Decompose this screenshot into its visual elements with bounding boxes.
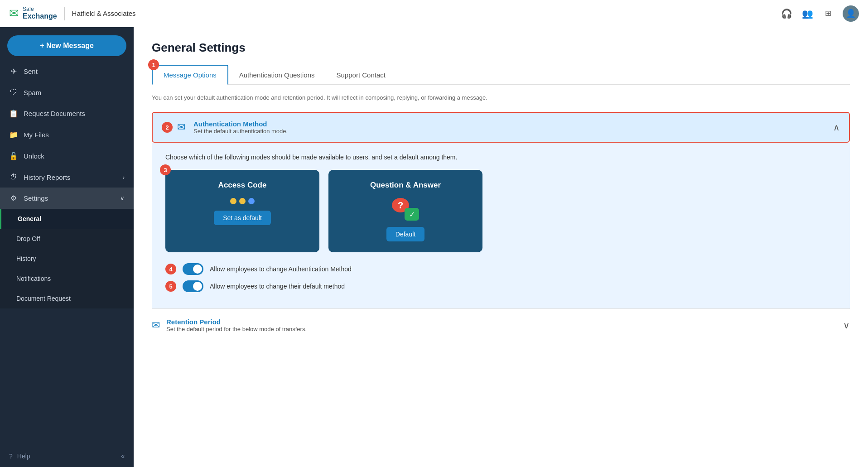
toggle-row-4: 4 Allow employees to change Authenticati… <box>165 263 836 275</box>
tab-authentication-questions[interactable]: Authentication Questions <box>228 66 326 84</box>
toggle-default-method[interactable] <box>183 280 203 292</box>
sidebar-item-drop-off[interactable]: Drop Off <box>0 229 134 249</box>
sidebar-item-unlock-label: Unlock <box>24 152 44 160</box>
sidebar-item-settings[interactable]: ⚙ Settings ∨ <box>0 188 134 209</box>
history-label: History <box>16 255 36 262</box>
logo-safe: Safe <box>23 6 57 12</box>
sidebar-item-settings-label: Settings <box>24 194 48 202</box>
auth-method-section: 2 ✉ Authentication Method Set the defaul… <box>152 112 850 143</box>
sidebar-item-history[interactable]: History <box>0 249 134 269</box>
history-reports-chevron-icon: › <box>123 174 125 181</box>
sidebar-item-spam-label: Spam <box>24 89 41 96</box>
access-code-title: Access Code <box>218 181 267 190</box>
settings-chevron-icon: ∨ <box>120 195 125 202</box>
new-message-button[interactable]: + New Message <box>7 35 126 56</box>
sidebar-item-document-request[interactable]: Document Request <box>0 289 134 308</box>
sidebar-item-notifications[interactable]: Notifications <box>0 269 134 289</box>
header-right: 🎧 👥 ⊞ 👤 <box>780 5 859 22</box>
auth-method-envelope-icon: ✉ <box>177 121 185 133</box>
retention-section[interactable]: ✉ Retention Period Set the default perio… <box>152 308 850 332</box>
retention-chevron-icon: ∨ <box>843 320 850 331</box>
sidebar-item-spam[interactable]: 🛡 Spam <box>0 82 134 103</box>
my-files-icon: 📁 <box>9 130 18 139</box>
users-icon[interactable]: 👥 <box>801 7 814 20</box>
header-left: ✉ Safe Exchange Hatfield & Associates <box>9 6 136 20</box>
dot-1 <box>230 198 236 204</box>
dot-3 <box>248 198 255 204</box>
general-label: General <box>18 215 41 222</box>
auth-method-text: Authentication Method Set the default au… <box>193 120 288 135</box>
sidebar-item-sent[interactable]: ✈ Sent <box>0 61 134 82</box>
apps-icon[interactable]: ⊞ <box>822 7 834 20</box>
toggle-thumb-1 <box>193 265 202 274</box>
question-answer-card: Question & Answer ? ✓ Default <box>328 170 482 252</box>
avatar[interactable]: 👤 <box>843 5 859 22</box>
toggle-row-5: 5 Allow employees to change their defaul… <box>165 280 836 292</box>
tabs-bar: 1 Message Options Authentication Questio… <box>152 64 850 85</box>
retention-subtitle: Set the default period for the below mod… <box>166 326 307 332</box>
logo-exchange: Exchange <box>23 12 57 20</box>
unlock-icon: 🔓 <box>9 152 18 160</box>
settings-icon: ⚙ <box>9 194 18 202</box>
step-badge-3: 3 <box>160 164 171 175</box>
sidebar-item-files-label: My Files <box>24 131 49 139</box>
retention-text: Retention Period Set the default period … <box>166 318 307 332</box>
request-docs-icon: 📋 <box>9 109 18 118</box>
choose-text: Choose which of the following modes shou… <box>165 154 836 161</box>
dot-2 <box>239 198 246 204</box>
tab-message-options[interactable]: Message Options <box>152 65 228 85</box>
help-button[interactable]: ? Help <box>9 453 30 460</box>
help-label: Help <box>17 453 30 460</box>
retention-title: Retention Period <box>166 318 307 326</box>
set-as-default-button[interactable]: Set as default <box>214 211 271 225</box>
spam-icon: 🛡 <box>9 88 18 96</box>
auth-method-subtitle: Set the default authentication mode. <box>193 128 288 135</box>
settings-submenu: General Drop Off History Notifications D… <box>0 209 134 308</box>
toggle-auth-method[interactable] <box>183 263 203 275</box>
drop-off-label: Drop Off <box>16 235 40 242</box>
auth-method-header[interactable]: 2 ✉ Authentication Method Set the defaul… <box>152 112 850 143</box>
tab-support-contact[interactable]: Support Contact <box>326 66 396 84</box>
layout: + New Message ✈ Sent 🛡 Spam 📋 Request Do… <box>0 27 868 467</box>
logo-text: Safe Exchange <box>23 6 57 20</box>
app-header: ✉ Safe Exchange Hatfield & Associates 🎧 … <box>0 0 868 27</box>
access-code-card: 3 Access Code Set as default <box>165 170 319 252</box>
document-request-label: Document Request <box>16 295 71 302</box>
help-icon: ? <box>9 453 13 460</box>
header-divider <box>64 7 65 20</box>
sidebar-item-unlock[interactable]: 🔓 Unlock <box>0 145 134 167</box>
collapse-icon: « <box>121 453 125 460</box>
auth-cards: 3 Access Code Set as default Question & … <box>165 170 836 252</box>
sidebar-item-request-documents[interactable]: 📋 Request Documents <box>0 103 134 124</box>
auth-method-chevron-icon: ∧ <box>833 122 840 133</box>
sidebar-item-my-files[interactable]: 📁 My Files <box>0 124 134 145</box>
description-text: You can set your default authentication … <box>152 94 850 101</box>
headset-icon[interactable]: 🎧 <box>780 7 793 20</box>
toggle-default-label: Allow employees to change their default … <box>210 283 345 290</box>
auth-method-title: Authentication Method <box>193 120 288 128</box>
sidebar-item-general[interactable]: General <box>0 209 134 229</box>
sent-icon: ✈ <box>9 67 18 76</box>
history-reports-icon: ⏱ <box>9 173 18 181</box>
step-badge-2: 2 <box>162 122 173 133</box>
retention-envelope-icon: ✉ <box>152 319 160 331</box>
tab-message-options-wrapper: 1 Message Options <box>152 64 228 84</box>
qa-title: Question & Answer <box>370 181 441 190</box>
logo-envelope-icon: ✉ <box>9 6 19 20</box>
collapse-button[interactable]: « <box>121 453 125 460</box>
toggle-thumb-2 <box>193 282 202 291</box>
main-content: General Settings 1 Message Options Authe… <box>134 27 868 467</box>
sidebar: + New Message ✈ Sent 🛡 Spam 📋 Request Do… <box>0 27 134 467</box>
qa-icon-wrapper: ? ✓ <box>392 198 419 221</box>
step-badge-1: 1 <box>148 59 159 70</box>
toggle-track-1[interactable] <box>183 263 203 275</box>
access-code-dots <box>230 198 255 204</box>
sidebar-item-history-reports[interactable]: ⏱ History Reports › <box>0 167 134 188</box>
default-label: Default <box>386 227 424 241</box>
toggle-track-2[interactable] <box>183 280 203 292</box>
notifications-label: Notifications <box>16 275 51 282</box>
sidebar-item-history-label: History Reports <box>24 173 70 181</box>
company-name: Hatfield & Associates <box>72 10 136 17</box>
page-title: General Settings <box>152 41 850 55</box>
check-icon: ✓ <box>405 208 419 221</box>
